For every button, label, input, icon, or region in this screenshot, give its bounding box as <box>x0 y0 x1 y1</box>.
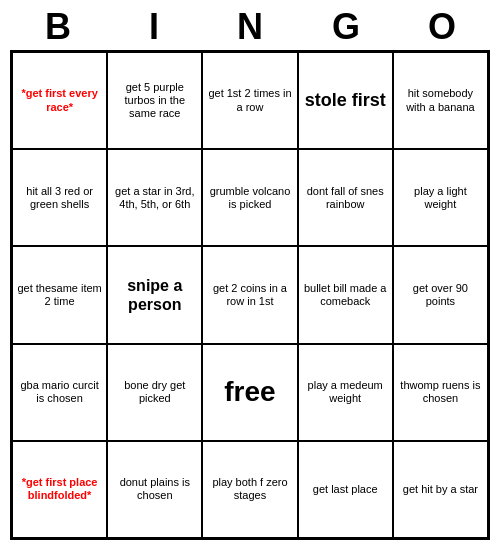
cell-15: gba mario curcit is chosen <box>12 344 107 441</box>
cell-6: get a star in 3rd, 4th, 5th, or 6th <box>107 149 202 246</box>
cell-17: free <box>202 344 297 441</box>
cell-16: bone dry get picked <box>107 344 202 441</box>
cell-22: play both f zero stages <box>202 441 297 538</box>
cell-14: get over 90 points <box>393 246 488 343</box>
cell-1: get 5 purple turbos in the same race <box>107 52 202 149</box>
header-o: O <box>402 6 482 48</box>
cell-20: *get first place blindfolded* <box>12 441 107 538</box>
cell-5: hit all 3 red or green shells <box>12 149 107 246</box>
cell-11: snipe a person <box>107 246 202 343</box>
cell-3: stole first <box>298 52 393 149</box>
cell-4: hit somebody with a banana <box>393 52 488 149</box>
bingo-grid: *get first every race*get 5 purple turbo… <box>10 50 490 540</box>
cell-19: thwomp ruens is chosen <box>393 344 488 441</box>
cell-2: get 1st 2 times in a row <box>202 52 297 149</box>
header-b: B <box>18 6 98 48</box>
cell-10: get thesame item 2 time <box>12 246 107 343</box>
cell-18: play a medeum weight <box>298 344 393 441</box>
cell-23: get last place <box>298 441 393 538</box>
cell-21: donut plains is chosen <box>107 441 202 538</box>
header-g: G <box>306 6 386 48</box>
header-i: I <box>114 6 194 48</box>
bingo-header: B I N G O <box>10 0 490 50</box>
cell-13: bullet bill made a comeback <box>298 246 393 343</box>
cell-24: get hit by a star <box>393 441 488 538</box>
cell-8: dont fall of snes rainbow <box>298 149 393 246</box>
header-n: N <box>210 6 290 48</box>
cell-7: grumble volcano is picked <box>202 149 297 246</box>
cell-12: get 2 coins in a row in 1st <box>202 246 297 343</box>
cell-0: *get first every race* <box>12 52 107 149</box>
cell-9: play a light weight <box>393 149 488 246</box>
